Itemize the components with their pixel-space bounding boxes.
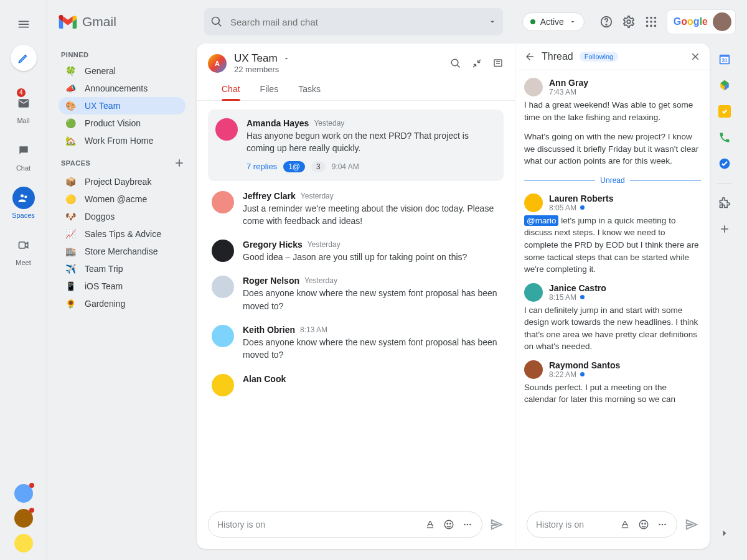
expand-panel-icon[interactable] xyxy=(718,526,731,540)
rail-chat-head-1[interactable] xyxy=(14,484,33,503)
avatar xyxy=(212,191,234,213)
addons-icon[interactable] xyxy=(718,196,731,210)
collapse-icon[interactable] xyxy=(471,58,482,69)
thread-message[interactable]: Raymond Santos8:22 AM Sounds perfect. I … xyxy=(524,357,701,409)
space-dropdown-icon[interactable] xyxy=(283,55,290,62)
back-icon[interactable] xyxy=(524,51,535,62)
thread-message[interactable]: Janice Castro8:15 AM I can definitely ju… xyxy=(524,279,701,357)
tab-files[interactable]: Files xyxy=(260,80,279,100)
message-text: Does anyone know where the new system fo… xyxy=(243,336,500,362)
thread-time: 8:15 AM xyxy=(549,293,606,302)
apps-icon[interactable] xyxy=(644,15,658,29)
avatar xyxy=(212,276,234,298)
sidebar-item-label: Product Vision xyxy=(85,118,141,128)
space-emoji-icon: 🎨 xyxy=(65,101,76,111)
emoji-icon[interactable] xyxy=(638,519,649,530)
more-icon[interactable] xyxy=(657,519,668,530)
svg-point-5 xyxy=(627,20,631,24)
send-icon[interactable] xyxy=(490,518,504,531)
thread-message[interactable]: Lauren Roberts8:05 AM @mario let's jump … xyxy=(524,190,701,279)
thread-list-icon[interactable] xyxy=(492,58,504,69)
rail-item-mail[interactable]: 4 Mail xyxy=(11,87,37,129)
svg-point-20 xyxy=(467,524,469,526)
sidebar-item-gardening[interactable]: 🌻Gardening xyxy=(59,295,186,312)
add-space-icon[interactable] xyxy=(173,157,186,169)
sidebar-item-store-merchandise[interactable]: 🏬Store Merchandise xyxy=(59,243,186,260)
rail-item-chat[interactable]: Chat xyxy=(11,134,37,177)
space-avatar-icon: A xyxy=(208,54,227,73)
rail-item-spaces[interactable]: Spaces xyxy=(11,182,37,224)
tab-tasks[interactable]: Tasks xyxy=(298,80,321,100)
sidebar-item-project-daybreak[interactable]: 📦Project Daybreak xyxy=(59,173,186,190)
sidebar-item-general[interactable]: 🍀General xyxy=(59,62,186,80)
highlighted-thread[interactable]: Amanda Hayes Yesteday Has anyone begun w… xyxy=(208,110,504,181)
tab-chat[interactable]: Chat xyxy=(222,80,240,100)
message[interactable]: Roger NelsonYesterdayDoes anyone know wh… xyxy=(208,269,504,319)
emoji-icon[interactable] xyxy=(443,519,454,530)
search-bar[interactable] xyxy=(204,8,503,35)
brand[interactable]: Gmail xyxy=(59,14,189,29)
profile-avatar[interactable] xyxy=(713,12,731,31)
keep-icon[interactable] xyxy=(718,78,731,92)
maps-icon[interactable] xyxy=(718,157,731,170)
status-chip[interactable]: Active xyxy=(522,12,585,31)
sidebar-item-label: Doggos xyxy=(85,212,115,222)
message[interactable]: Keith Obrien8:13 AMDoes anyone know wher… xyxy=(208,319,504,368)
account-switcher[interactable]: Google xyxy=(667,9,736,34)
replies-link[interactable]: 7 replies xyxy=(247,162,277,171)
space-emoji-icon: 🐶 xyxy=(65,212,76,222)
message[interactable]: Jeffrey ClarkYesterdayJust a reminder we… xyxy=(208,185,504,234)
rail-item-meet[interactable]: Meet xyxy=(11,229,37,271)
spaces-header: SPACES xyxy=(59,149,186,173)
get-addons-icon[interactable] xyxy=(718,222,731,236)
message[interactable]: Alan Cook xyxy=(208,368,504,403)
close-icon[interactable] xyxy=(690,51,701,62)
rail-chat-head-3[interactable] xyxy=(14,534,33,553)
space-search-icon[interactable] xyxy=(450,58,461,69)
search-options-icon[interactable] xyxy=(488,17,497,26)
support-icon[interactable] xyxy=(599,15,613,29)
more-icon[interactable] xyxy=(462,519,473,530)
settings-icon[interactable] xyxy=(622,15,636,29)
message-text: Good idea – Jason are you still up for t… xyxy=(243,251,500,263)
sidebar-item-announcements[interactable]: 📣Announcements xyxy=(59,80,186,97)
space-title: UX Team xyxy=(234,52,278,65)
svg-point-24 xyxy=(645,523,646,525)
sidebar-item-work-from-home[interactable]: 🏡Work From Home xyxy=(59,132,186,149)
rail-spaces-label: Spaces xyxy=(12,212,35,219)
svg-point-17 xyxy=(447,523,448,525)
sidebar-item-product-vision[interactable]: 🟢Product Vision xyxy=(59,114,186,132)
tasks-icon[interactable] xyxy=(718,105,731,118)
chevron-down-icon xyxy=(569,18,576,26)
unread-label: Unread xyxy=(600,176,624,185)
search-input[interactable] xyxy=(230,17,481,27)
calendar-icon[interactable]: 31 xyxy=(718,52,731,66)
format-icon[interactable] xyxy=(619,519,631,530)
main-menu-button[interactable] xyxy=(13,14,34,35)
compose-input[interactable]: History is on xyxy=(208,511,482,538)
message-text: Has anyone begun work on the next PRD? T… xyxy=(247,129,496,155)
thread-text: What's going on with the new project? I … xyxy=(524,131,701,167)
compose-button[interactable] xyxy=(11,45,37,71)
send-icon[interactable] xyxy=(685,518,698,531)
rail-chat-head-2[interactable] xyxy=(14,509,33,528)
svg-point-10 xyxy=(650,21,652,23)
sidebar-item-ios-team[interactable]: 📱iOS Team xyxy=(59,278,186,295)
sidebar-item-sales-tips-advice[interactable]: 📈Sales Tips & Advice xyxy=(59,225,186,243)
contacts-icon[interactable] xyxy=(718,131,731,144)
sidebar-item-team-trip[interactable]: ✈️Team Trip xyxy=(59,260,186,278)
spaces-header-label: SPACES xyxy=(61,159,90,167)
sidebar-item-doggos[interactable]: 🐶Doggos xyxy=(59,208,186,225)
format-icon[interactable] xyxy=(425,519,436,530)
thread-author: Raymond Santos xyxy=(549,360,620,370)
thread-compose-input[interactable]: History is on xyxy=(527,511,677,538)
space-emoji-icon: 📈 xyxy=(65,229,76,239)
mail-badge: 4 xyxy=(17,88,26,97)
side-panel-divider xyxy=(717,183,732,184)
sidebar-item-women-acme[interactable]: 🟡Women @acme xyxy=(59,190,186,208)
sidebar-item-ux-team[interactable]: 🎨UX Team xyxy=(59,97,186,114)
mention-chip[interactable]: @mario xyxy=(524,215,558,226)
message[interactable]: Gregory HicksYesterdayGood idea – Jason … xyxy=(208,233,504,269)
thread-following-badge[interactable]: Following xyxy=(580,52,618,62)
message-text: Does anyone know where the new system fo… xyxy=(243,287,500,312)
